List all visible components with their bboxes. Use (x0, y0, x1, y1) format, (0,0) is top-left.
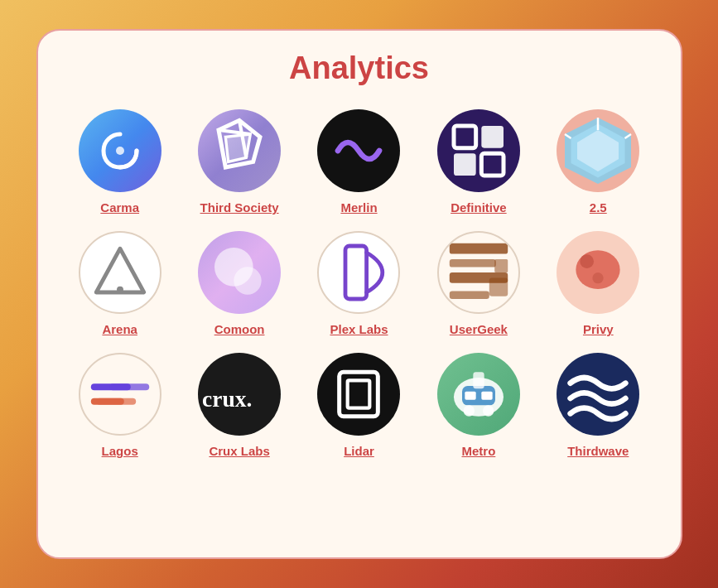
svg-point-0 (116, 147, 124, 155)
svg-rect-37 (473, 372, 484, 388)
svg-point-36 (483, 405, 494, 416)
svg-rect-29 (96, 398, 136, 405)
comoon-icon (198, 231, 281, 314)
definitive-icon (437, 109, 520, 192)
svg-point-24 (581, 254, 595, 268)
usergeek-label: UserGeek (450, 322, 508, 336)
thirdsociety-icon (198, 109, 281, 192)
metro-icon (437, 353, 520, 436)
metro-label: Metro (461, 444, 495, 458)
analytics-card: Analytics Carma Third Society Merlin Def… (36, 29, 682, 559)
app-item-thirdwave[interactable]: Thirdwave (542, 353, 653, 458)
app-item-metro[interactable]: Metro (423, 353, 534, 458)
svg-rect-27 (109, 383, 149, 390)
svg-rect-17 (450, 243, 508, 254)
svg-rect-32 (348, 380, 370, 407)
svg-rect-20 (450, 291, 489, 299)
carma-label: Carma (100, 200, 139, 214)
lagos-label: Lagos (102, 444, 138, 458)
comoon-label: Comoon (214, 322, 265, 336)
app-item-lagos[interactable]: Lagos (65, 353, 176, 458)
svg-rect-39 (481, 392, 492, 400)
arena-label: Arena (102, 322, 137, 336)
lidar-label: Lidar (344, 444, 374, 458)
cruxlabs-icon: crux. (198, 353, 281, 436)
app-item-lidar[interactable]: Lidar (303, 353, 414, 458)
page-title: Analytics (65, 51, 654, 86)
svg-rect-22 (489, 277, 508, 296)
usergeek-icon (437, 231, 520, 314)
svg-point-25 (593, 272, 604, 283)
app-item-usergeek[interactable]: UserGeek (423, 231, 534, 336)
app-item-merlin[interactable]: Merlin (303, 109, 414, 214)
plexlabs-icon (317, 231, 400, 314)
svg-rect-3 (454, 126, 476, 148)
lidar-icon (317, 353, 400, 436)
privy-label: Privy (583, 322, 614, 336)
svg-line-1 (219, 130, 250, 134)
svg-rect-5 (454, 153, 476, 176)
app-item-definitive[interactable]: Definitive (423, 109, 534, 214)
thirdsociety-label: Third Society (200, 200, 279, 214)
app-item-twopointfive[interactable]: 2.5 (542, 109, 653, 214)
merlin-icon (317, 109, 400, 192)
app-item-arena[interactable]: Arena (65, 231, 176, 336)
svg-rect-18 (450, 259, 496, 267)
plexlabs-label: Plex Labs (330, 322, 388, 336)
thirdwave-label: Thirdwave (567, 444, 629, 458)
arena-icon (79, 231, 161, 314)
definitive-label: Definitive (451, 200, 507, 214)
carma-icon (79, 109, 161, 192)
svg-rect-38 (465, 392, 475, 400)
privy-icon (557, 231, 639, 314)
svg-rect-16 (345, 246, 367, 299)
svg-rect-6 (481, 153, 504, 176)
merlin-label: Merlin (340, 200, 377, 214)
twopointfive-icon (557, 109, 639, 192)
svg-text:crux.: crux. (202, 386, 252, 412)
svg-rect-4 (481, 126, 504, 148)
svg-rect-21 (494, 259, 508, 272)
app-item-plexlabs[interactable]: Plex Labs (303, 231, 414, 336)
twopointfive-label: 2.5 (590, 200, 607, 214)
thirdwave-icon (557, 353, 639, 436)
app-item-comoon[interactable]: Comoon (184, 231, 295, 336)
svg-point-15 (234, 267, 261, 294)
apps-grid: Carma Third Society Merlin Definitive 2.… (65, 109, 654, 458)
app-item-thirdsociety[interactable]: Third Society (184, 109, 295, 214)
app-item-carma[interactable]: Carma (65, 109, 176, 214)
app-item-cruxlabs[interactable]: crux. Crux Labs (184, 353, 295, 458)
app-item-privy[interactable]: Privy (542, 231, 653, 336)
lagos-icon (79, 353, 161, 436)
svg-point-13 (117, 287, 123, 293)
cruxlabs-label: Crux Labs (209, 444, 269, 458)
svg-point-35 (464, 405, 475, 416)
